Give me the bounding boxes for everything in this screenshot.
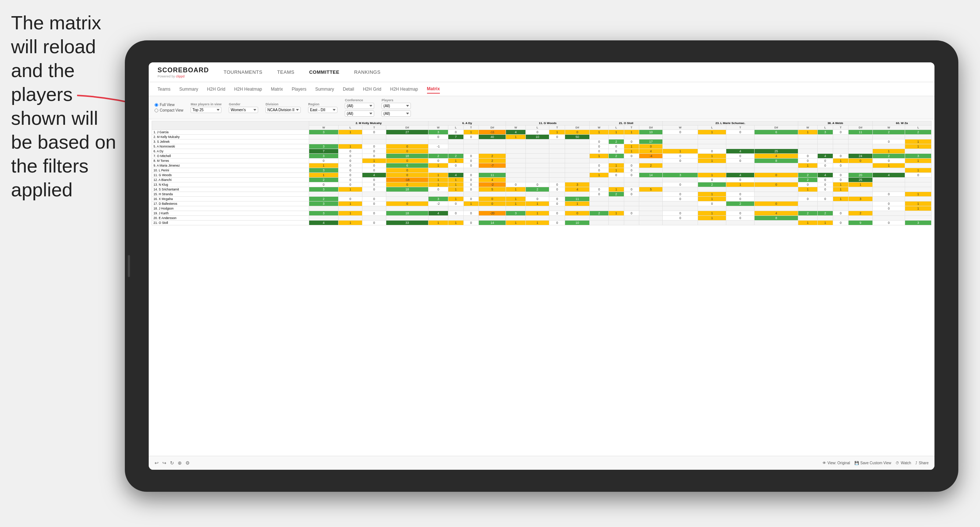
redo-button[interactable]: ↪ bbox=[162, 460, 166, 466]
tablet-side-button[interactable] bbox=[128, 255, 130, 277]
matrix-cell bbox=[663, 144, 698, 149]
matrix-cell bbox=[817, 202, 833, 206]
matrix-cell: 0 bbox=[386, 149, 428, 154]
subnav-matrix1[interactable]: Matrix bbox=[271, 85, 283, 93]
matrix-cell: 0 bbox=[624, 163, 639, 168]
undo-icon: ↩ bbox=[154, 460, 159, 466]
matrix-cell: 4 bbox=[565, 187, 590, 192]
refresh-button[interactable]: ↻ bbox=[170, 460, 174, 466]
conference-select2[interactable]: (All) bbox=[345, 111, 374, 117]
matrix-cell bbox=[817, 135, 833, 140]
subnav-h2h-heatmap1[interactable]: H2H Heatmap bbox=[234, 85, 262, 93]
matrix-cell bbox=[479, 149, 506, 154]
matrix-cell: 3 bbox=[309, 168, 339, 173]
matrix-cell bbox=[798, 206, 818, 211]
view-original-button[interactable]: 👁 View: Original bbox=[822, 461, 850, 465]
matrix-cell: 10 bbox=[525, 135, 549, 140]
matrix-cell: 0 bbox=[817, 183, 833, 187]
matrix-cell: 8 bbox=[754, 159, 798, 163]
matrix-cell: 33 bbox=[386, 221, 428, 225]
matrix-cell bbox=[428, 140, 448, 144]
matrix-cell bbox=[639, 221, 663, 225]
max-players-select[interactable]: Top 25 bbox=[191, 107, 221, 113]
matrix-cell: 0 bbox=[726, 159, 754, 163]
matrix-cell bbox=[639, 211, 663, 216]
matrix-cell bbox=[590, 159, 609, 163]
matrix-cell bbox=[848, 163, 872, 168]
conference-select[interactable]: (All) bbox=[345, 103, 374, 109]
players-select[interactable]: (All) bbox=[382, 103, 411, 109]
subnav-players[interactable]: Players bbox=[291, 85, 306, 93]
full-view-radio[interactable]: Full View bbox=[154, 103, 183, 107]
gender-select[interactable]: Women's bbox=[229, 107, 258, 113]
matrix-cell: 25 bbox=[754, 149, 798, 154]
matrix-cell bbox=[525, 159, 549, 163]
matrix-cell: 0 bbox=[726, 197, 754, 202]
settings-button[interactable]: ⚙ bbox=[185, 460, 190, 466]
matrix-cell: 2 bbox=[798, 178, 818, 183]
subnav-teams[interactable]: Teams bbox=[158, 85, 170, 93]
sh-dif3: Dif bbox=[565, 125, 590, 130]
undo-button[interactable]: ↩ bbox=[154, 460, 159, 466]
conference-label: Conference bbox=[345, 98, 374, 102]
matrix-cell: 1 bbox=[608, 211, 624, 216]
matrix-cell: 0 bbox=[386, 183, 428, 187]
matrix-cell bbox=[525, 192, 549, 197]
matrix-cell bbox=[639, 178, 663, 183]
players-select2[interactable]: (All) bbox=[382, 111, 411, 117]
matrix-cell bbox=[386, 216, 428, 221]
matrix-cell bbox=[608, 216, 624, 221]
matrix-cell bbox=[754, 192, 798, 197]
col-header-webb: 38. A Webb bbox=[798, 121, 873, 125]
watch-button[interactable]: ⏱ Watch bbox=[896, 461, 911, 465]
matrix-cell: 3 bbox=[309, 202, 339, 206]
nav-rankings[interactable]: RANKINGS bbox=[354, 68, 380, 76]
subnav-summary2[interactable]: Summary bbox=[315, 85, 334, 93]
matrix-cell: 0 bbox=[905, 173, 932, 178]
subnav-matrix2[interactable]: Matrix bbox=[427, 85, 440, 94]
matrix-cell: 0 bbox=[339, 197, 363, 202]
subnav-h2h-grid2[interactable]: H2H Grid bbox=[363, 85, 381, 93]
matrix-cell bbox=[309, 216, 339, 221]
matrix-cell: 1 bbox=[872, 149, 905, 154]
matrix-cell bbox=[339, 206, 363, 211]
gender-filter: Gender Women's bbox=[229, 102, 258, 113]
matrix-cell bbox=[833, 135, 848, 140]
matrix-table: 2. M Kelly Mulcahy 6. A Dy 11. G Woods 2… bbox=[152, 121, 932, 225]
matrix-cell bbox=[549, 206, 565, 211]
matrix-cell: 1 bbox=[463, 130, 479, 135]
matrix-cell bbox=[428, 206, 448, 211]
share-button[interactable]: ⤴ Share bbox=[915, 461, 929, 465]
region-select[interactable]: East - DII bbox=[308, 107, 337, 113]
subnav-h2h-heatmap2[interactable]: H2H Heatmap bbox=[390, 85, 418, 93]
matrix-cell bbox=[608, 221, 624, 225]
logo-powered: Powered by clippd bbox=[158, 75, 209, 78]
matrix-cell: 20 bbox=[848, 173, 872, 178]
matrix-cell bbox=[639, 168, 663, 173]
nav-committee[interactable]: COMMITTEE bbox=[309, 68, 340, 76]
subnav-h2h-grid1[interactable]: H2H Grid bbox=[207, 85, 226, 93]
subnav-summary1[interactable]: Summary bbox=[179, 85, 198, 93]
matrix-cell: 0 bbox=[833, 211, 848, 216]
matrix-cell: 0 bbox=[624, 192, 639, 197]
nav-tournaments[interactable]: TOURNAMENTS bbox=[224, 68, 262, 76]
matrix-cell: 1 bbox=[698, 216, 726, 221]
matrix-cell: 0 bbox=[386, 144, 428, 149]
subnav-detail[interactable]: Detail bbox=[343, 85, 354, 93]
nav-teams[interactable]: TEAMS bbox=[277, 68, 294, 76]
save-custom-button[interactable]: 💾 Save Custom View bbox=[854, 461, 891, 465]
zoom-button[interactable]: ⊕ bbox=[178, 460, 182, 466]
compact-view-radio[interactable]: Compact View bbox=[154, 108, 183, 112]
matrix-cell: 1 bbox=[698, 154, 726, 159]
matrix-cell: 0 bbox=[726, 178, 754, 183]
matrix-cell bbox=[363, 206, 386, 211]
matrix-cell bbox=[479, 168, 506, 173]
table-row: 20. E Andersson0108 bbox=[152, 216, 932, 221]
matrix-cell bbox=[754, 187, 798, 192]
matrix-cell: 0 bbox=[428, 187, 448, 192]
player-name-cell: 6. A Dy bbox=[152, 149, 309, 154]
division-select[interactable]: NCAA Division II bbox=[266, 107, 301, 113]
matrix-cell: 0 bbox=[363, 168, 386, 173]
matrix-cell: 0 bbox=[363, 202, 386, 206]
matrix-cell bbox=[525, 168, 549, 173]
